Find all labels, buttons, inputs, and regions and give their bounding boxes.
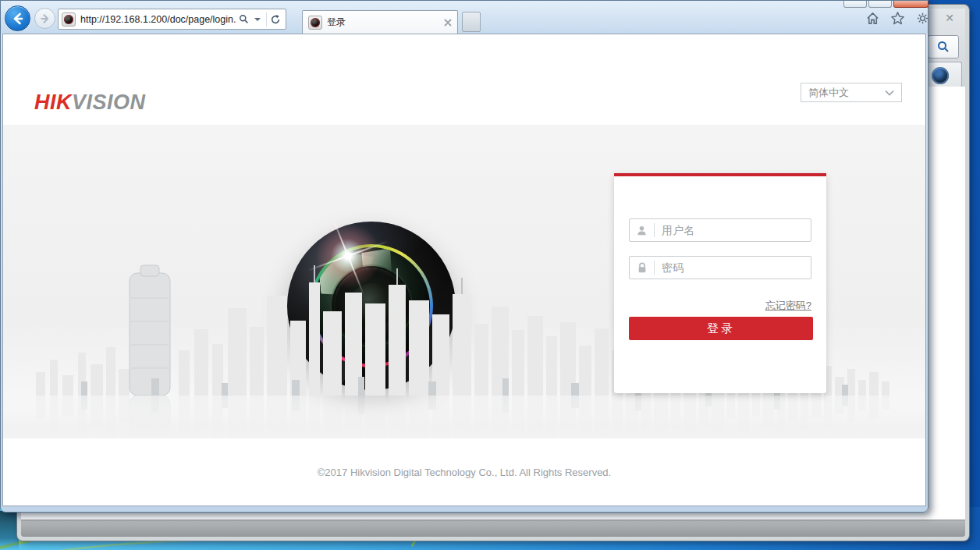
password-input[interactable] bbox=[655, 261, 811, 274]
hikvision-logo: HIKVISION bbox=[34, 90, 146, 115]
desktop-shadow bbox=[0, 511, 19, 550]
background-window-tab[interactable] bbox=[926, 62, 962, 88]
arrow-left-icon bbox=[11, 12, 25, 26]
username-input[interactable] bbox=[655, 224, 811, 236]
login-panel-accent-bar bbox=[614, 173, 826, 176]
arrow-right-icon bbox=[40, 13, 51, 24]
search-button[interactable] bbox=[928, 35, 959, 59]
round-lens-favicon bbox=[932, 67, 949, 84]
home-icon[interactable] bbox=[865, 11, 880, 26]
tools-gear-icon[interactable] bbox=[915, 11, 930, 26]
forgot-password-link[interactable]: 忘记密码? bbox=[765, 299, 811, 313]
login-button[interactable]: 登录 bbox=[629, 317, 813, 340]
login-panel: 忘记密码? 登录 bbox=[614, 173, 826, 393]
minimize-button[interactable] bbox=[843, 1, 867, 8]
browser-tab-login[interactable]: 登录 bbox=[302, 10, 458, 34]
url-text[interactable]: http://192.168.1.200/doc/page/login.as bbox=[76, 14, 236, 25]
camera-favicon bbox=[62, 12, 76, 27]
logo-hik: HIK bbox=[34, 90, 72, 114]
browser-toolbar bbox=[865, 11, 930, 26]
new-tab-button[interactable] bbox=[462, 12, 481, 32]
stop-icon[interactable]: ✕ bbox=[945, 12, 954, 24]
camera-favicon bbox=[308, 16, 322, 30]
padlock-icon bbox=[630, 262, 654, 274]
page-header: HIKVISION 简体中文 bbox=[3, 34, 925, 125]
chevron-down-icon bbox=[885, 90, 894, 96]
language-selected: 简体中文 bbox=[808, 86, 849, 100]
browser-chrome: http://192.168.1.200/doc/page/login.as bbox=[1, 1, 928, 34]
address-bar-divider bbox=[266, 12, 267, 27]
forward-button[interactable] bbox=[34, 8, 55, 29]
favorites-star-icon[interactable] bbox=[890, 11, 905, 26]
magnifier-icon bbox=[937, 41, 950, 53]
copyright-footer: ©2017 Hikvision Digital Technology Co., … bbox=[3, 467, 925, 478]
search-icon[interactable] bbox=[236, 10, 250, 29]
tab-title: 登录 bbox=[327, 16, 439, 29]
address-bar[interactable]: http://192.168.1.200/doc/page/login.as bbox=[58, 9, 286, 30]
search-options-chevron-icon[interactable] bbox=[250, 10, 265, 29]
person-icon bbox=[630, 225, 654, 236]
logo-vision: VISION bbox=[72, 90, 146, 114]
username-field[interactable] bbox=[629, 218, 811, 242]
background-window-bottom-frame bbox=[21, 520, 965, 537]
password-field[interactable] bbox=[629, 256, 811, 279]
close-button[interactable] bbox=[893, 1, 929, 8]
page-viewport: HIKVISION 简体中文 bbox=[2, 34, 926, 506]
browser-window: http://192.168.1.200/doc/page/login.as bbox=[0, 0, 929, 513]
maximize-button[interactable] bbox=[868, 1, 892, 8]
back-button[interactable] bbox=[5, 5, 30, 31]
language-select[interactable]: 简体中文 bbox=[801, 83, 902, 102]
screen: ✕ ht bbox=[0, 0, 980, 550]
tab-close-icon[interactable] bbox=[444, 19, 452, 27]
refresh-icon[interactable] bbox=[268, 10, 282, 29]
